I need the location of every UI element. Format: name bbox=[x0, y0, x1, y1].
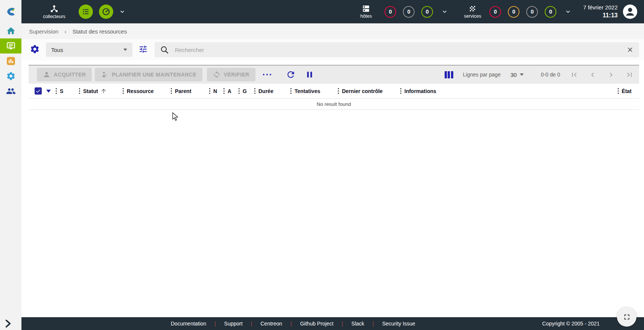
first-page-icon bbox=[570, 70, 579, 79]
column-header-parent[interactable]: Parent bbox=[170, 88, 208, 94]
drag-handle-icon[interactable] bbox=[209, 90, 210, 92]
pollers-menu[interactable]: collecteurs bbox=[38, 4, 70, 19]
refresh-button[interactable] bbox=[286, 70, 296, 79]
search-input[interactable] bbox=[174, 46, 626, 53]
footer-link-slack[interactable]: Slack bbox=[351, 321, 364, 327]
breadcrumb-page: Statut des ressources bbox=[72, 28, 127, 35]
rows-caret-icon bbox=[520, 73, 524, 76]
column-header-severity[interactable]: S bbox=[55, 88, 78, 94]
drag-handle-icon[interactable] bbox=[223, 90, 225, 92]
drag-handle-icon[interactable] bbox=[400, 90, 401, 92]
filter-select[interactable]: Tous bbox=[46, 43, 132, 57]
drag-handle-icon[interactable] bbox=[254, 90, 255, 92]
services-critical-counter[interactable]: 0 bbox=[489, 6, 501, 18]
poller-list-button[interactable] bbox=[79, 5, 93, 19]
poller-gauge-button[interactable] bbox=[99, 5, 113, 19]
footer-separator: | bbox=[290, 321, 292, 327]
footer-link-centreon[interactable]: Centreon bbox=[261, 321, 283, 327]
pollers-chevron-down-icon[interactable] bbox=[118, 8, 126, 15]
sidebar-item-reporting[interactable] bbox=[0, 53, 21, 69]
column-header-duree[interactable]: Durée bbox=[254, 88, 290, 94]
services-ok-counter[interactable]: 0 bbox=[545, 6, 556, 18]
footer-separator: | bbox=[214, 321, 216, 327]
hosts-down-counter[interactable]: 0 bbox=[384, 6, 396, 18]
pause-autorefresh-button[interactable] bbox=[305, 70, 314, 79]
actions-toolbar: ACQUITTER PLANIFIER UNE MAINTENANCE VÉRI… bbox=[29, 66, 639, 84]
tune-icon bbox=[138, 44, 148, 54]
footer-link-security[interactable]: Security Issue bbox=[382, 321, 415, 327]
sidebar-expand-button[interactable] bbox=[2, 318, 14, 329]
edit-columns-button[interactable] bbox=[445, 71, 453, 78]
hosts-up-counter[interactable]: 0 bbox=[421, 6, 433, 18]
column-label: Informations bbox=[404, 88, 436, 94]
fullscreen-button[interactable] bbox=[617, 307, 636, 327]
sidebar-item-administration[interactable] bbox=[0, 84, 21, 99]
acknowledge-button[interactable]: ACQUITTER bbox=[37, 68, 92, 81]
more-actions-button[interactable] bbox=[262, 74, 272, 75]
downtime-button[interactable]: PLANIFIER UNE MAINTENANCE bbox=[95, 68, 202, 81]
column-header-dernier-controle[interactable]: Dernier contrôle bbox=[337, 88, 399, 94]
column-header-statut[interactable]: Statut bbox=[78, 88, 122, 94]
rows-per-page-select[interactable]: 30 bbox=[510, 72, 524, 78]
monitoring-icon bbox=[6, 41, 16, 51]
user-avatar[interactable] bbox=[623, 5, 637, 19]
breadcrumb-supervision[interactable]: Supervision bbox=[29, 28, 58, 35]
filter-settings-button[interactable] bbox=[30, 44, 40, 56]
empty-table-message: No result found bbox=[29, 99, 639, 110]
column-header-g[interactable]: G bbox=[238, 88, 254, 94]
clear-search-button[interactable] bbox=[626, 46, 634, 53]
pause-icon bbox=[305, 70, 314, 79]
hosts-chevron-down-icon[interactable] bbox=[441, 8, 448, 15]
services-unknown-counter[interactable]: 0 bbox=[526, 6, 538, 18]
drag-handle-icon[interactable] bbox=[56, 90, 57, 92]
drag-handle-icon[interactable] bbox=[238, 90, 240, 92]
first-page-button[interactable] bbox=[570, 70, 579, 79]
column-label: État bbox=[622, 88, 632, 94]
drag-handle-icon[interactable] bbox=[171, 90, 172, 92]
footer-link-github[interactable]: Github Project bbox=[300, 321, 334, 327]
footer-link-support[interactable]: Support bbox=[224, 321, 243, 327]
sidebar-item-configuration[interactable] bbox=[0, 69, 21, 84]
column-header-a[interactable]: A bbox=[223, 88, 238, 94]
services-warning-counter[interactable]: 0 bbox=[508, 6, 519, 18]
column-header-ressource[interactable]: Ressource bbox=[122, 88, 170, 94]
select-options-caret[interactable] bbox=[46, 90, 51, 93]
current-date: 7 février 2022 bbox=[583, 4, 618, 11]
column-label: Dernier contrôle bbox=[342, 88, 383, 94]
sidebar bbox=[0, 23, 21, 330]
column-header-informations[interactable]: Informations bbox=[399, 88, 617, 94]
pagination-area: Lignes par page 30 0-0 de 0 bbox=[445, 70, 634, 79]
filter-row: Tous bbox=[21, 39, 644, 60]
hosts-icon bbox=[362, 5, 370, 13]
services-menu[interactable]: services bbox=[459, 5, 486, 19]
next-page-button[interactable] bbox=[607, 70, 615, 79]
select-all-checkbox[interactable] bbox=[35, 87, 42, 95]
drag-handle-icon[interactable] bbox=[338, 90, 339, 92]
check-button[interactable]: VÉRIFIER bbox=[207, 68, 255, 81]
hosts-unreachable-counter[interactable]: 0 bbox=[403, 6, 415, 18]
column-label: Ressource bbox=[127, 88, 154, 94]
poller-list-icon bbox=[82, 8, 90, 16]
column-header-n[interactable]: N bbox=[208, 88, 223, 94]
drag-handle-icon[interactable] bbox=[79, 90, 80, 92]
footer-link-documentation[interactable]: Documentation bbox=[171, 321, 206, 327]
drag-handle-icon[interactable] bbox=[618, 90, 619, 92]
check-label: VÉRIFIER bbox=[224, 72, 249, 78]
column-header-tentatives[interactable]: Tentatives bbox=[290, 88, 337, 94]
drag-handle-icon[interactable] bbox=[123, 90, 124, 92]
sidebar-item-supervision[interactable] bbox=[0, 38, 21, 53]
hosts-menu[interactable]: hôtes bbox=[351, 5, 381, 19]
previous-page-button[interactable] bbox=[588, 70, 597, 79]
services-chevron-down-icon[interactable] bbox=[564, 8, 572, 15]
people-icon bbox=[6, 86, 16, 96]
column-header-etat[interactable]: État bbox=[617, 88, 639, 94]
centreon-logo[interactable] bbox=[0, 0, 21, 23]
drag-handle-icon[interactable] bbox=[290, 90, 292, 92]
column-label: Tentatives bbox=[295, 88, 320, 94]
sidebar-item-home[interactable] bbox=[0, 23, 21, 38]
gauge-icon bbox=[102, 8, 110, 16]
advanced-filters-button[interactable] bbox=[138, 44, 148, 55]
chevron-left-icon bbox=[588, 70, 597, 79]
filter-gear-icon bbox=[30, 44, 40, 54]
last-page-button[interactable] bbox=[625, 70, 634, 79]
